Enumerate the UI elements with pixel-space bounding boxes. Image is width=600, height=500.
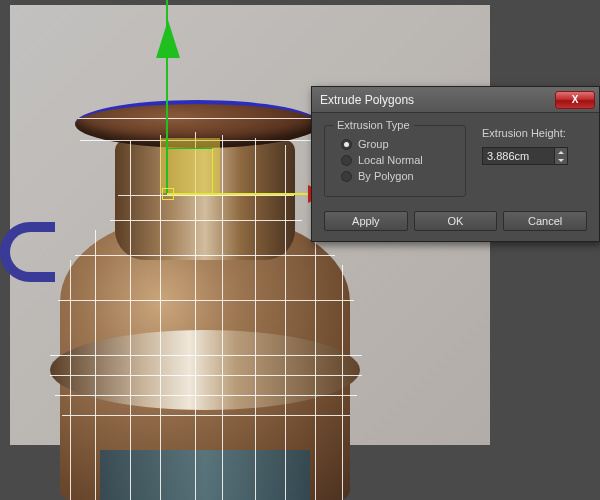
ok-button[interactable]: OK	[414, 211, 498, 231]
cancel-button[interactable]: Cancel	[503, 211, 587, 231]
wireframe-edge	[222, 135, 223, 500]
dialog-button-row: Apply OK Cancel	[324, 211, 587, 231]
wireframe-edge	[62, 415, 350, 416]
dialog-body: Extrusion Type Group Local Normal By Pol…	[312, 113, 599, 241]
close-button[interactable]: X	[555, 91, 595, 109]
wireframe-edge	[78, 118, 318, 119]
dialog-titlebar[interactable]: Extrude Polygons X	[312, 87, 599, 113]
extrude-polygons-dialog: Extrude Polygons X Extrusion Type Group …	[311, 86, 600, 242]
radio-icon	[341, 171, 352, 182]
spinner-buttons	[555, 147, 568, 165]
cancel-button-label: Cancel	[528, 215, 562, 227]
radio-by-polygon[interactable]: By Polygon	[341, 170, 455, 182]
wireframe-edge	[110, 220, 302, 221]
wireframe-edge	[95, 230, 96, 500]
extrusion-height-label: Extrusion Height:	[482, 127, 587, 139]
wireframe-edge	[130, 140, 131, 500]
dialog-title: Extrude Polygons	[320, 93, 555, 107]
radio-label: By Polygon	[358, 170, 414, 182]
extrusion-type-legend: Extrusion Type	[333, 119, 414, 131]
wireframe-edge	[50, 355, 362, 356]
close-icon: X	[572, 94, 579, 105]
mesh-handle	[0, 222, 55, 282]
ok-button-label: OK	[448, 215, 464, 227]
wireframe-edge	[315, 235, 316, 500]
viewport-3d[interactable]	[0, 0, 600, 500]
radio-icon	[341, 139, 352, 150]
wireframe-edge	[58, 300, 354, 301]
move-gizmo-y-arrow-icon[interactable]	[156, 20, 180, 58]
wireframe-edge	[75, 255, 335, 256]
extrusion-height-group: Extrusion Height:	[482, 125, 587, 197]
apply-button-label: Apply	[352, 215, 380, 227]
radio-icon	[341, 155, 352, 166]
extrusion-height-input[interactable]	[482, 147, 555, 165]
mesh-can-bulge	[50, 330, 360, 410]
radio-local-normal[interactable]: Local Normal	[341, 154, 455, 166]
wireframe-edge	[285, 145, 286, 500]
radio-group[interactable]: Group	[341, 138, 455, 150]
radio-label: Local Normal	[358, 154, 423, 166]
wireframe-edge	[118, 195, 294, 196]
wireframe-edge	[50, 375, 362, 376]
spinner-up-icon[interactable]	[555, 148, 567, 156]
radio-label: Group	[358, 138, 389, 150]
move-gizmo-origin[interactable]	[162, 188, 174, 200]
wireframe-edge	[55, 395, 357, 396]
extrusion-height-spinner[interactable]	[482, 147, 568, 165]
extrusion-type-group: Extrusion Type Group Local Normal By Pol…	[324, 125, 466, 197]
apply-button[interactable]: Apply	[324, 211, 408, 231]
reference-label	[100, 450, 310, 500]
spinner-down-icon[interactable]	[555, 156, 567, 164]
wireframe-edge	[70, 260, 71, 500]
